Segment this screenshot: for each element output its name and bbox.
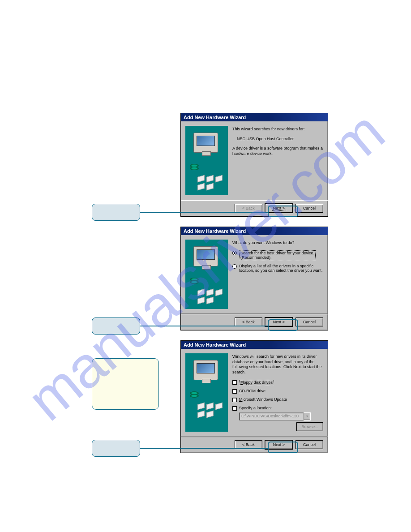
browse-button: Browse... (296, 422, 323, 431)
checkbox-icon (232, 380, 237, 385)
callout-label-1 (92, 204, 140, 221)
wizard-dialog-3: Add New Hardware Wizard Windows will sea… (180, 340, 328, 453)
note-box (92, 358, 159, 410)
dialog1-line1: This wizard searches for new drivers for… (232, 127, 323, 132)
checkbox-icon (232, 389, 237, 394)
cancel-button[interactable]: Cancel (295, 317, 323, 326)
callout-label-3 (92, 440, 140, 457)
radio2-label: Display a list of all the drivers in a s… (239, 264, 323, 273)
dialog3-title: Add New Hardware Wizard (181, 341, 328, 349)
checkbox-icon (232, 406, 237, 411)
checkbox-icon (232, 398, 237, 402)
dialog1-device: NEC USB Open Host Controller (237, 137, 323, 142)
dialog2-prompt: What do you want Windows to do? (232, 240, 323, 246)
callout-line-3 (140, 448, 269, 449)
check3-label: Microsoft Windows Update (239, 397, 287, 402)
check-floppy[interactable]: Floppy disk drives (232, 380, 323, 385)
dialog2-title: Add New Hardware Wizard (181, 227, 328, 235)
cancel-button[interactable]: Cancel (295, 204, 323, 213)
dialog3-intro: Windows will search for new drivers in i… (232, 354, 323, 375)
wizard-graphic (185, 126, 228, 195)
location-path: C:\WINDOWS\Desktop\dfm-120 (239, 412, 304, 420)
radio-search-best[interactable]: Search for the best driver for your devi… (232, 250, 323, 260)
check2-label: CD-ROM drive (239, 389, 265, 393)
next-button[interactable]: Next > (265, 440, 293, 449)
wizard-dialog-2: Add New Hardware Wizard What do you want… (180, 227, 328, 330)
radio-icon (232, 251, 237, 255)
check-specify-location[interactable]: Specify a location: (232, 406, 323, 411)
callout-label-2 (92, 317, 140, 335)
back-button: < Back (235, 204, 262, 213)
location-combo: C:\WINDOWS\Desktop\dfm-120 ▾ (239, 412, 311, 420)
cancel-button[interactable]: Cancel (295, 440, 323, 449)
check4-label: Specify a location: (239, 406, 272, 410)
next-button[interactable]: Next > (265, 204, 293, 213)
radio-display-list[interactable]: Display a list of all the drivers in a s… (232, 264, 323, 273)
check-cdrom[interactable]: CD-ROM drive (232, 389, 323, 394)
radio-icon (232, 264, 237, 269)
check-windows-update[interactable]: Microsoft Windows Update (232, 397, 323, 402)
wizard-dialog-1: Add New Hardware Wizard This wizard sear… (180, 113, 328, 217)
dialog1-line2: A device driver is a software program th… (232, 146, 323, 156)
wizard-graphic (185, 353, 228, 432)
radio1-label: Search for the best driver for your devi… (239, 250, 316, 260)
callout-line-2 (140, 326, 269, 326)
callout-line-1 (140, 212, 269, 213)
wizard-graphic (185, 240, 228, 309)
dropdown-icon: ▾ (304, 412, 311, 420)
dialog1-title: Add New Hardware Wizard (181, 113, 328, 121)
back-button[interactable]: < Back (235, 317, 262, 326)
next-button[interactable]: Next > (265, 317, 293, 326)
check1-label: Floppy disk drives (239, 380, 274, 385)
